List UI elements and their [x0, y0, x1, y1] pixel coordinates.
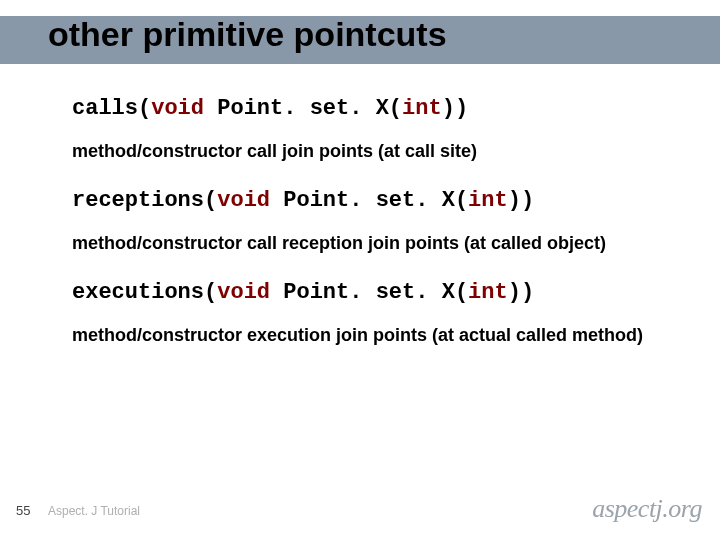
desc-calls: method/constructor call join points (at … [72, 141, 680, 162]
code-text: )) [508, 188, 534, 213]
footer: 55 Aspect. J Tutorial aspectj.org [0, 498, 720, 528]
keyword-int: int [402, 96, 442, 121]
code-text: calls( [72, 96, 151, 121]
keyword-void: void [151, 96, 204, 121]
slide-title: other primitive pointcuts [48, 15, 447, 54]
keyword-void: void [217, 188, 270, 213]
logo-main: aspect [592, 494, 655, 523]
desc-executions: method/constructor execution join points… [72, 325, 680, 346]
code-calls: calls(void Point. set. X(int)) [72, 96, 680, 121]
logo-suffix: .org [662, 494, 702, 523]
code-text: )) [508, 280, 534, 305]
keyword-int: int [468, 280, 508, 305]
tutorial-label: Aspect. J Tutorial [48, 504, 140, 518]
content-area: calls(void Point. set. X(int)) method/co… [72, 96, 680, 372]
code-executions: executions(void Point. set. X(int)) [72, 280, 680, 305]
desc-receptions: method/constructor call reception join p… [72, 233, 680, 254]
title-bar: other primitive pointcuts [0, 16, 720, 64]
keyword-void: void [217, 280, 270, 305]
code-text: )) [442, 96, 468, 121]
code-text: Point. set. X( [270, 188, 468, 213]
code-text: Point. set. X( [204, 96, 402, 121]
code-receptions: receptions(void Point. set. X(int)) [72, 188, 680, 213]
code-text: Point. set. X( [270, 280, 468, 305]
keyword-int: int [468, 188, 508, 213]
slide: other primitive pointcuts calls(void Poi… [0, 0, 720, 540]
page-number: 55 [16, 503, 30, 518]
code-text: executions( [72, 280, 217, 305]
aspectj-logo: aspectj.org [592, 494, 702, 524]
code-text: receptions( [72, 188, 217, 213]
